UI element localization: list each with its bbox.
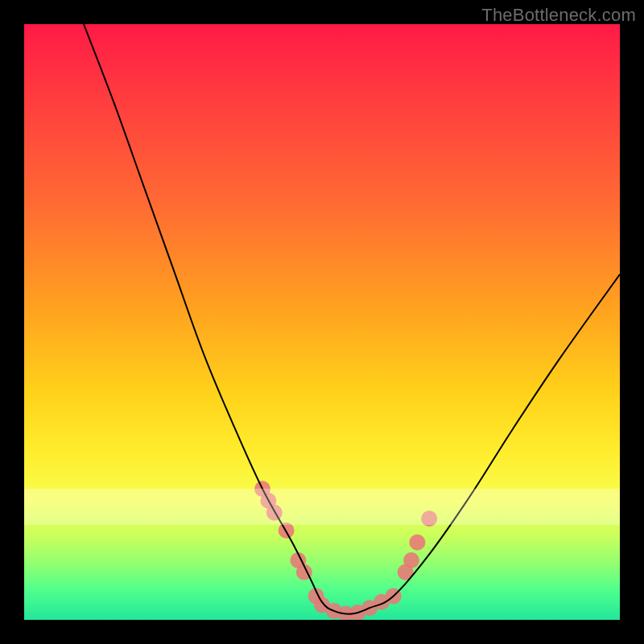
chart-frame: TheBottleneck.com [0,0,644,644]
bottleneck-plot-svg [24,24,620,620]
data-marker [421,510,437,526]
bottleneck-curve [84,24,620,614]
data-marker [266,505,283,521]
data-marker [403,552,419,568]
data-markers [254,481,437,620]
watermark-text: TheBottleneck.com [481,5,636,26]
plot-area [24,24,620,620]
data-marker [409,535,425,551]
